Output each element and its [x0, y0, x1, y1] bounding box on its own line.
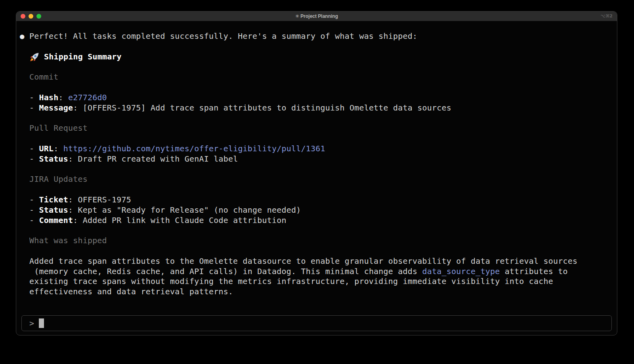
- section-items: - URL: https://github.com/nytimes/offer-…: [29, 144, 604, 164]
- jira-comment: Added PR link with Claude Code attributi…: [83, 215, 286, 225]
- prompt-chevron: >: [29, 318, 34, 328]
- list-item: - Ticket: OFFERS-1975: [29, 195, 604, 205]
- terminal-window: ✳ Project Planning ⌥⌘2 ●Perfect! All tas…: [16, 11, 617, 335]
- item-label: Status: [39, 205, 68, 215]
- commit-hash: e27726d0: [68, 93, 107, 102]
- inline-code: data_source_type: [422, 267, 500, 276]
- section-header-what-was-shipped: What was shipped: [29, 236, 604, 246]
- assistant-message-line: ●Perfect! All tasks completed successful…: [29, 31, 604, 42]
- item-label: Ticket: [39, 195, 68, 204]
- pr-status: Draft PR created with GenAI label: [78, 154, 238, 164]
- item-separator: :: [73, 103, 82, 112]
- item-dash: -: [29, 195, 39, 204]
- item-dash: -: [29, 93, 39, 102]
- item-separator: :: [68, 205, 78, 215]
- item-label: Hash: [39, 93, 58, 102]
- titlebar[interactable]: ✳ Project Planning ⌥⌘2: [16, 11, 617, 21]
- list-item: - Status: Kept as "Ready for Release" (n…: [29, 205, 604, 215]
- shipped-paragraph: Added trace span attributes to the Omele…: [29, 256, 604, 297]
- section-header: Pull Request: [29, 123, 604, 133]
- message-bullet-icon: ●: [20, 31, 25, 42]
- item-label: Message: [39, 103, 73, 112]
- item-dash: -: [29, 154, 39, 164]
- section-items: - Ticket: OFFERS-1975- Status: Kept as "…: [29, 195, 604, 225]
- list-item: - Message: [OFFERS-1975] Add trace span …: [29, 103, 604, 113]
- text-cursor: [39, 318, 44, 328]
- pr-url[interactable]: https://github.com/nytimes/offer-eligibi…: [63, 144, 325, 153]
- summary-heading-text: Shipping Summary: [44, 52, 122, 62]
- item-label: Comment: [39, 215, 73, 225]
- item-dash: -: [29, 205, 39, 215]
- item-label: Status: [39, 154, 68, 164]
- item-label: URL: [39, 144, 53, 153]
- section-header: JIRA Updates: [29, 174, 604, 185]
- list-item: - URL: https://github.com/nytimes/offer-…: [29, 144, 604, 154]
- summary-sections: Commit- Hash: e27726d0- Message: [OFFERS…: [29, 72, 604, 225]
- prompt-input[interactable]: >: [21, 315, 612, 331]
- item-dash: -: [29, 144, 39, 153]
- list-item: - Status: Draft PR created with GenAI la…: [29, 154, 604, 164]
- window-title: ✳ Project Planning: [16, 13, 617, 19]
- item-dash: -: [29, 215, 39, 225]
- item-separator: :: [68, 195, 78, 204]
- close-button[interactable]: [21, 14, 25, 19]
- item-separator: :: [73, 215, 82, 225]
- jira-ticket: OFFERS-1975: [78, 195, 131, 204]
- tab-shortcut-label: ⌥⌘2: [600, 13, 613, 19]
- traffic-lights: [21, 14, 41, 19]
- item-separator: :: [58, 93, 68, 102]
- terminal-output: ●Perfect! All tasks completed successful…: [16, 21, 617, 297]
- intro-text: Perfect! All tasks completed successfull…: [29, 31, 417, 41]
- minimize-button[interactable]: [29, 14, 33, 19]
- maximize-button[interactable]: [36, 14, 41, 19]
- list-item: - Comment: Added PR link with Claude Cod…: [29, 215, 604, 226]
- list-item: - Hash: e27726d0: [29, 93, 604, 103]
- section-header: Commit: [29, 72, 604, 82]
- item-dash: -: [29, 103, 39, 112]
- summary-heading: Shipping Summary: [29, 52, 604, 62]
- rocket-icon: [29, 52, 40, 62]
- section-items: - Hash: e27726d0- Message: [OFFERS-1975]…: [29, 93, 604, 113]
- item-separator: :: [53, 144, 63, 153]
- jira-status: Kept as "Ready for Release" (no change n…: [78, 205, 301, 215]
- commit-message: [OFFERS-1975] Add trace span attributes …: [83, 103, 451, 112]
- item-separator: :: [68, 154, 78, 164]
